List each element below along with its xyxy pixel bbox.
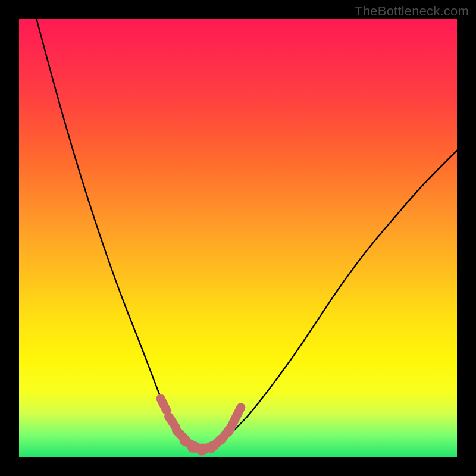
highlight-marker (161, 399, 167, 411)
bottleneck-curve (36, 19, 457, 448)
chart-frame: TheBottleneck.com (0, 0, 476, 476)
highlight-markers (161, 399, 241, 451)
highlight-marker (169, 416, 176, 427)
watermark-text: TheBottleneck.com (355, 4, 469, 19)
curve-layer (19, 19, 457, 457)
highlight-marker (235, 408, 241, 419)
plot-area (19, 19, 457, 457)
